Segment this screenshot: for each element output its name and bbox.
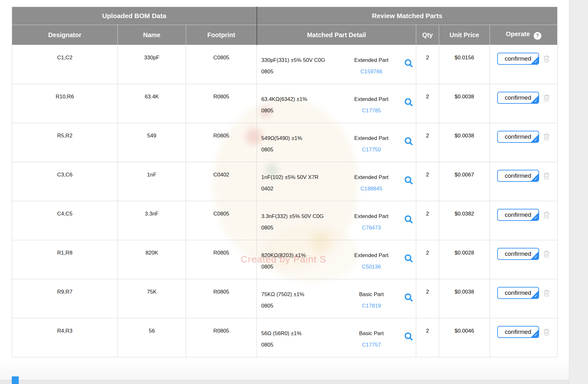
part-number-link[interactable]: C17750 — [348, 144, 395, 156]
column-header-row: Designator Name Footprint Matched Part D… — [12, 25, 558, 45]
confirmed-button[interactable]: confirmed ✓ — [497, 170, 539, 182]
confirmed-button-label: confirmed — [505, 250, 531, 257]
operate-cell: confirmed ✓ — [490, 279, 558, 318]
col-header-name: Name — [118, 25, 186, 45]
search-part-button[interactable] — [404, 215, 413, 224]
group-header-uploaded-bom: Uploaded BOM Data — [12, 7, 257, 25]
operate-cell: confirmed ✓ — [490, 240, 558, 279]
part-type: Extended Part — [348, 250, 395, 261]
search-part-button[interactable] — [404, 97, 413, 107]
matched-part-detail-cell: 1nF(102) ±5% 50V X7R 0402 Extended Part … — [257, 162, 416, 201]
magnifier-icon — [404, 181, 413, 186]
part-spec: 75KΩ (7502) ±1% — [261, 289, 348, 300]
delete-row-button[interactable] — [543, 328, 550, 336]
part-number-link[interactable]: C50136 — [348, 261, 395, 273]
name-cell: 63.4K — [118, 84, 186, 123]
delete-row-button[interactable] — [543, 94, 550, 102]
table-row: R9,R7 75K R0805 75KΩ (7502) ±1% 0805 Bas… — [12, 279, 558, 318]
search-part-button[interactable] — [404, 136, 413, 146]
part-number-link[interactable]: C76473 — [348, 222, 395, 234]
part-package: 0402 — [261, 183, 348, 195]
matched-part-detail-cell: 820KΩ(8203) ±1% 0805 Extended Part C5013… — [257, 240, 416, 279]
confirmed-button[interactable]: confirmed ✓ — [497, 287, 539, 299]
table-row: C4,C5 3.3nF C0805 3.3nF(332) ±5% 50V C0G… — [12, 201, 558, 240]
unit-price-cell: $0.0156 — [439, 45, 490, 84]
trash-icon — [543, 215, 550, 220]
bom-table: Uploaded BOM Data Review Matched Parts D… — [12, 7, 558, 357]
search-part-button[interactable] — [404, 293, 413, 302]
col-header-operate-label: Operate — [506, 30, 530, 37]
help-icon[interactable]: ? — [534, 32, 541, 40]
delete-row-button[interactable] — [543, 55, 550, 63]
qty-cell: 2 — [416, 84, 439, 123]
operate-cell: confirmed ✓ — [490, 162, 558, 201]
unit-price-cell: $0.0038 — [439, 279, 490, 318]
designator-cell: R5,R2 — [12, 123, 118, 162]
confirmed-button-label: confirmed — [505, 211, 531, 218]
part-type: Extended Part — [348, 172, 395, 183]
search-part-button[interactable] — [404, 332, 413, 341]
confirmed-button[interactable]: confirmed ✓ — [497, 248, 539, 260]
confirmed-button[interactable]: confirmed ✓ — [497, 131, 539, 143]
part-number-link[interactable]: C159766 — [348, 66, 395, 77]
part-number-link[interactable]: C188845 — [348, 183, 395, 195]
designator-cell: R4,R3 — [12, 318, 118, 357]
qty-cell: 2 — [416, 123, 439, 162]
part-package: 0805 — [261, 66, 348, 77]
operate-cell: confirmed ✓ — [490, 84, 558, 123]
part-number-link[interactable]: C17785 — [348, 105, 395, 116]
confirmed-button[interactable]: confirmed ✓ — [497, 209, 539, 221]
search-part-button[interactable] — [404, 254, 413, 263]
matched-part-detail-cell: 330pF(331) ±5% 50V C0G 0805 Extended Par… — [257, 45, 416, 84]
col-header-footprint: Footprint — [186, 25, 257, 45]
part-spec: 820KΩ(8203) ±1% — [261, 250, 348, 261]
name-cell: 330pF — [118, 45, 186, 84]
table-row: C1,C2 330pF C0805 330pF(331) ±5% 50V C0G… — [12, 45, 558, 84]
check-icon: ✓ — [534, 294, 538, 298]
part-type: Extended Part — [348, 211, 395, 222]
unit-price-cell: $0.0028 — [439, 240, 490, 279]
bottom-left-blue-chip — [12, 376, 19, 384]
part-spec: 330pF(331) ±5% 50V C0G — [261, 55, 348, 66]
part-package: 0805 — [261, 339, 348, 351]
bottom-fade — [0, 358, 588, 380]
table-row: R10,R6 63.4K R0805 63.4KΩ(6342) ±1% 0805… — [12, 84, 558, 123]
trash-icon — [543, 98, 550, 103]
trash-icon — [543, 59, 550, 64]
part-spec: 1nF(102) ±5% 50V X7R — [261, 172, 348, 183]
designator-cell: C4,C5 — [12, 201, 118, 240]
confirmed-button[interactable]: confirmed ✓ — [497, 326, 539, 338]
confirmed-button[interactable]: confirmed ✓ — [497, 53, 539, 65]
delete-row-button[interactable] — [543, 211, 550, 219]
trash-icon — [543, 332, 550, 337]
footprint-cell: R0805 — [186, 84, 257, 123]
table-row: R1,R8 820K R0805 820KΩ(8203) ±1% 0805 Ex… — [12, 240, 558, 279]
group-header-row: Uploaded BOM Data Review Matched Parts — [12, 7, 558, 25]
trash-icon — [543, 293, 550, 298]
search-part-button[interactable] — [404, 58, 413, 68]
name-cell: 1nF — [118, 162, 186, 201]
delete-row-button[interactable] — [543, 250, 550, 258]
part-type: Extended Part — [348, 133, 395, 144]
operate-cell: confirmed ✓ — [490, 318, 558, 357]
designator-cell: R1,R8 — [12, 240, 118, 279]
part-type: Basic Part — [348, 289, 395, 300]
part-number-link[interactable]: C17819 — [348, 300, 395, 312]
footprint-cell: R0805 — [186, 123, 257, 162]
footprint-cell: R0805 — [186, 318, 257, 357]
confirmed-button[interactable]: confirmed ✓ — [497, 92, 539, 104]
check-icon: ✓ — [534, 60, 538, 64]
col-header-qty: Qty — [416, 25, 439, 45]
designator-cell: C3,C6 — [12, 162, 118, 201]
designator-cell: C1,C2 — [12, 45, 118, 84]
delete-row-button[interactable] — [543, 133, 550, 141]
part-package: 0805 — [261, 261, 348, 273]
delete-row-button[interactable] — [543, 172, 550, 180]
search-part-button[interactable] — [404, 175, 413, 185]
unit-price-cell: $0.0382 — [439, 201, 490, 240]
part-number-link[interactable]: C17757 — [348, 339, 395, 351]
delete-row-button[interactable] — [543, 289, 550, 297]
col-header-designator: Designator — [12, 25, 118, 45]
confirmed-button-label: confirmed — [505, 133, 531, 140]
matched-part-detail-cell: 63.4KΩ(6342) ±1% 0805 Extended Part C177… — [257, 84, 416, 123]
